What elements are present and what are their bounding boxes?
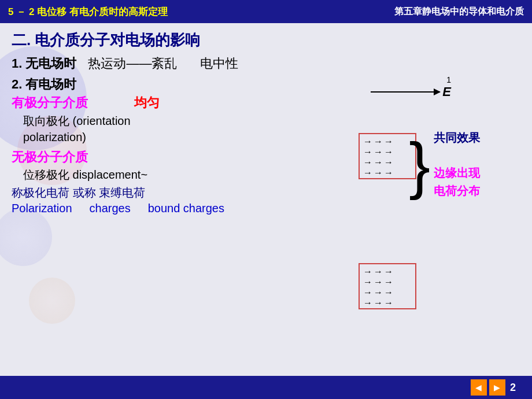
label-no-field: 1. 无电场时 xyxy=(12,55,76,72)
combined-effect-label: 共同效果 xyxy=(434,130,480,146)
label-polar-molecule: 有极分子介质 xyxy=(12,94,88,112)
bg-decoration-4 xyxy=(29,278,75,324)
brace-container: } 共同效果 边缘出现 电荷分布 xyxy=(409,130,480,199)
right-brace: } xyxy=(409,133,430,197)
e-field-arrow: E xyxy=(371,84,451,99)
arrow-row-np-3: → → → xyxy=(363,287,393,298)
arrow-row-1: → → → xyxy=(363,136,393,147)
arrow-row-3: → → → xyxy=(363,157,393,168)
label-uniform: 均匀 xyxy=(134,94,160,112)
label-with-field: 2. 有电场时 xyxy=(12,77,76,91)
field-box-uniform: → → → → → → → → → → → → xyxy=(359,133,416,179)
e-field-diagram: 1 E xyxy=(371,75,451,99)
arrow-row-np-1: → → → xyxy=(363,267,393,277)
page-number: 2 xyxy=(510,382,516,394)
arrow-row-np-4: → → → xyxy=(363,298,393,308)
polarization-word: Polarization xyxy=(12,202,72,215)
arrow-row-np-2: → → → xyxy=(363,277,393,287)
slide: 5 － 2 电位移 有电介质时的高斯定理 第五章静电场中的导体和电介质 二. 电… xyxy=(0,0,532,399)
label-heat-motion: 热运动——紊乱 xyxy=(88,55,177,72)
charges-word: charges xyxy=(90,202,131,215)
main-content: 二. 电介质分子对电场的影响 1. 无电场时 热运动——紊乱 电中性 1 E 2… xyxy=(0,23,532,215)
field-box-nonpolar: → → → → → → → → → → → → xyxy=(359,263,416,309)
superscript-label: 1 xyxy=(446,75,451,84)
bound-charges-word: bound charges xyxy=(148,202,224,215)
bg-decoration-3 xyxy=(0,208,52,266)
footer: ◀ ▶ 2 xyxy=(0,376,532,399)
edge-charge-label: 边缘出现 xyxy=(434,165,480,181)
arrow-row-4: → → → xyxy=(363,168,393,178)
header-right-text: 第五章静电场中的导体和电介质 xyxy=(394,6,524,18)
edge-charge-label2: 电荷分布 xyxy=(434,183,480,199)
field-box-1-container: → → → → → → → → → → → → xyxy=(359,133,416,179)
combined-effect-text: 共同效果 边缘出现 电荷分布 xyxy=(434,130,480,199)
subsection-1-row: 1. 无电场时 热运动——紊乱 电中性 xyxy=(12,55,520,72)
label-neutral: 电中性 xyxy=(200,55,238,72)
nav-prev-button[interactable]: ◀ xyxy=(471,379,487,396)
polarization-english: Polarization charges bound charges xyxy=(12,202,520,215)
e-label: E xyxy=(442,84,451,99)
section-title: 二. 电介质分子对电场的影响 xyxy=(12,30,520,50)
header: 5 － 2 电位移 有电介质时的高斯定理 第五章静电场中的导体和电介质 xyxy=(0,0,532,23)
orientation-line1: 取向极化 (orientation xyxy=(23,113,520,129)
header-left-text: 5 － 2 电位移 有电介质时的高斯定理 xyxy=(8,5,168,19)
footer-navigation: ◀ ▶ xyxy=(471,379,505,396)
nav-next-button[interactable]: ▶ xyxy=(489,379,505,396)
arrow-row-2: → → → xyxy=(363,147,393,157)
e-arrow-line xyxy=(371,91,440,93)
